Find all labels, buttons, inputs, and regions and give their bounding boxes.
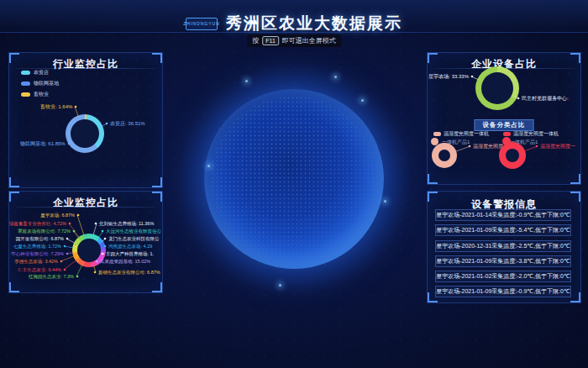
chart-label: 星宇农场: 6.87%: [40, 212, 75, 218]
particle-dot: [361, 99, 364, 102]
particle-dot: [334, 76, 337, 78]
alarm-panel: 设备警报信息 星宇农场-2021-01-14采集温度:-0.9℃,低于下限:0℃…: [427, 191, 581, 303]
industry-donut-chart[interactable]: [66, 114, 104, 153]
alarm-row: 星宇农场-2020-12-31采集温度:-2.5℃,低于下限:0℃: [435, 240, 571, 252]
header: ZHINONGYUN 秀洲区农业大数据展示: [0, 13, 588, 34]
particle-dot: [384, 200, 386, 202]
legend-label: 物联网基地: [34, 80, 59, 87]
chart-label: 中心种业有限公司: 7.29%: [11, 250, 64, 257]
chart-label: 物联网基地: 61.85%: [20, 140, 66, 147]
chart-label: 瓜果蔬菜园基地: 15.02%: [100, 258, 150, 265]
chart-label: 龙门生态农业科技有限公: [108, 235, 160, 242]
alarm-row: 星宇农场-2021-01-02采集温度:-2.0℃,低于下限:0℃: [435, 271, 571, 282]
fullscreen-hint: 按 F11 即可退出全屏模式: [247, 34, 341, 47]
chart-label: 温湿度光照度一: [540, 143, 575, 150]
chart-label: 国开发有限公司: 6.87%: [16, 235, 64, 242]
particle-dot: [279, 284, 281, 287]
industry-chart-area: 农资店 物联网基地 畜牧业 畜牧业: 1.64% 农资店: 36.51% 物联网…: [9, 53, 162, 187]
particle-dot: [207, 165, 210, 167]
legend-label: 畜牧业: [34, 91, 49, 98]
legend-swatch: [21, 92, 30, 97]
chart-label: 畜牧业: 1.64%: [40, 103, 72, 110]
chart-label: 大运河生态牧业有限责任公: [106, 228, 161, 234]
globe: [204, 89, 384, 269]
legend-swatch: [21, 71, 30, 76]
donut-hole: [77, 239, 101, 262]
chart-label: 仁丰生态农业: 6.44%: [18, 266, 61, 273]
legend-label: 农资店: [34, 69, 49, 76]
chart-label: 农资店: 36.51%: [110, 120, 145, 127]
globe-dot-texture: [211, 96, 377, 262]
donut-hole: [506, 149, 519, 162]
legend-label: 温湿度光照度一体机: [513, 130, 559, 138]
f11-key-badge: F11: [262, 36, 279, 45]
alarm-row: 星宇农场-2021-01-09采集温度:-5.4℃,低于下限:0℃: [435, 224, 571, 236]
alarm-row: 星宇农场-2021-01-14采集温度:-0.9℃,低于下限:0℃: [435, 209, 571, 221]
legend-item[interactable]: 农资店: [21, 69, 59, 76]
donut-hole: [71, 119, 99, 148]
chart-label: 七星生态养殖场: 1.72%: [13, 243, 61, 250]
enterprise-chart-area: 星宇农场: 6.87% 绿超禽畜专业合作社: 4.72% 家庭农场有限公司: 7…: [9, 192, 162, 292]
legend-swatch: [21, 81, 30, 87]
class-chart-right: 温湿度光照度一体机 一体机产品1 温湿度光照度一: [428, 53, 580, 184]
chart-label: 红梅园生态农业: 7.3%: [29, 273, 74, 280]
device-panel: 企业设备占比 星宇农场: 33.33% 民主村党群服务中心: 设备分类占比 温湿…: [427, 52, 581, 185]
logo-badge: ZHINONGYUN: [186, 18, 218, 30]
chart-label: 丰园大产种苗养殖场: 1.: [106, 250, 154, 257]
legend-item[interactable]: 物联网基地: [21, 80, 59, 87]
class-legend-item[interactable]: 温湿度光照度一体机: [503, 130, 559, 138]
hint-prefix: 按: [252, 36, 259, 45]
dashboard-stage: ZHINONGYUN 秀洲区农业大数据展示 按 F11 即可退出全屏模式 行业监…: [0, 0, 588, 368]
legend-item[interactable]: 畜牧业: [21, 91, 59, 98]
chart-label: 家庭农场有限公司: 7.72%: [18, 228, 71, 234]
enterprise-panel: 企业监控占比 星宇农场: 6.87% 绿超禽畜专业合作社: 4.72% 家庭农场…: [8, 191, 163, 293]
alarm-row: 星宇农场-2021-01-09采集温度:-3.8℃,低于下限:0℃: [435, 255, 571, 267]
page-title: 秀洲区农业大数据展示: [226, 13, 402, 34]
particle-dot: [245, 80, 248, 82]
hint-suffix: 即可退出全屏模式: [282, 36, 336, 45]
chart-label: 绿超禽畜专业合作社: 4.72%: [9, 220, 66, 227]
class-donut-chart-right[interactable]: [499, 142, 526, 169]
industry-legend: 农资店 物联网基地 畜牧业: [21, 69, 59, 102]
chart-label: 新硕生态农业有限公司: 6.87%: [98, 269, 160, 276]
alarm-row: 星宇农场-2021-01-09采集温度:-0.9℃,低于下限:0℃: [435, 286, 571, 297]
chart-label: 北刘银生态养殖场: 11.36%: [99, 220, 154, 227]
chart-label: 鸿燕源生态农场: 4.29: [108, 243, 152, 250]
legend-swatch: [503, 132, 511, 136]
industry-panel: 行业监控占比 农资店 物联网基地 畜牧业 畜牧业: 1.64: [8, 52, 163, 188]
chart-label: 李强生态农场: 3.42%: [14, 258, 58, 265]
